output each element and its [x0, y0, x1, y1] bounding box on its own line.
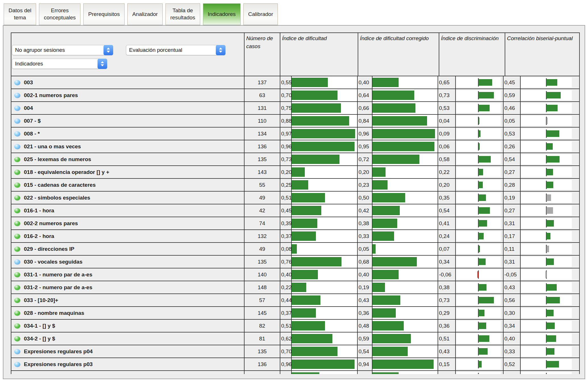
correlacion-bar	[521, 281, 574, 293]
indicator-name-cell: 025 - lexemas de numeros	[11, 153, 245, 165]
num-casos-value	[245, 371, 280, 374]
dificultad-bar	[292, 268, 358, 281]
dificultad-corregido-bar	[372, 217, 438, 229]
discriminacion-bar	[456, 230, 504, 242]
status-sphere-icon	[14, 336, 20, 341]
dificultad-corregido-value: 0,20	[358, 166, 372, 178]
indicator-label: Expresiones regulares p03	[24, 361, 93, 367]
table-row[interactable]: 022 - simbolos especiales 49 0,51 0,50 0…	[11, 191, 579, 204]
table-row[interactable]: 003 137 0,55 0,40 0,65 0,45	[11, 76, 579, 89]
dificultad-corregido-bar	[372, 76, 438, 89]
evaluation-mode-select[interactable]: Evaluación porcentual	[126, 45, 225, 55]
tab[interactable]: Tabla de resultados	[165, 3, 200, 25]
discriminacion-value: 0,20	[438, 179, 456, 191]
tab[interactable]: Indicadores	[203, 3, 241, 25]
dificultad-value: 0,40	[280, 268, 292, 281]
dificultad-corregido-value: 0,96	[358, 128, 372, 140]
table-row[interactable]: 004 131 0,75 0,66 0,53 0,46	[11, 101, 579, 114]
table-row[interactable]: 007 - $ 110 0,88 0,84 0,04 0,05	[11, 114, 579, 127]
dificultad-corregido-value: 0,84	[358, 115, 372, 127]
discriminacion-value: 0,38	[438, 281, 456, 293]
table-row[interactable]: 002-1 numeros pares 63 0,70 0,64 0,73 0,…	[11, 89, 579, 101]
dificultad-bar	[292, 204, 358, 217]
discriminacion-value: 0,43	[438, 345, 456, 358]
discriminacion-value: 0,73	[438, 294, 456, 306]
status-sphere-icon	[14, 80, 20, 85]
table-row[interactable]: 016-2 - hora 132 0,37 0,33 0,24 0,17	[11, 229, 579, 242]
dificultad-corregido-bar	[372, 358, 438, 370]
correlacion-value: 0,19	[504, 192, 521, 204]
status-sphere-icon	[14, 221, 20, 226]
dificultad-bar	[292, 217, 358, 229]
indicator-label: 031-2 - numero par de a-es	[24, 284, 92, 291]
status-sphere-icon	[14, 208, 20, 213]
num-casos-value: 131	[245, 102, 280, 114]
view-type-select[interactable]: Indicadores	[12, 59, 107, 69]
dificultad-corregido-value: 0,42	[358, 204, 372, 217]
status-sphere-icon	[14, 131, 20, 136]
group-sessions-select-value: No agrupor sesiones	[15, 46, 65, 54]
correlacion-bar	[521, 76, 574, 89]
correlacion-value: 0,54	[504, 153, 521, 165]
table-row[interactable]: 016-1 - hora 42 0,45 0,42 0,54 0,27	[11, 204, 579, 217]
table-row[interactable]: 033 - [10-20]+ 57 0,44 0,43 0,73 0,56	[11, 293, 579, 306]
dificultad-corregido-value: 0,05	[358, 243, 372, 255]
num-casos-value: 42	[245, 204, 280, 217]
discriminacion-bar	[456, 320, 504, 332]
correlacion-value: 0,53	[504, 128, 521, 140]
indicator-name-cell: 022 - simbolos especiales	[11, 192, 245, 204]
discriminacion-bar	[456, 166, 504, 178]
table-row[interactable]: 015 - cadenas de caracteres 55 0,25 0,23…	[11, 178, 579, 191]
dificultad-corregido-bar	[372, 153, 438, 165]
indicator-label: 008 - *	[24, 131, 40, 137]
dificultad-corregido-bar	[372, 166, 438, 178]
tab[interactable]: Calibrador	[243, 3, 278, 25]
correlacion-bar	[521, 307, 574, 319]
dificultad-corregido-value: 0,40	[358, 268, 372, 281]
table-row[interactable]: 031-1 - numero par de a-es 140 0,40 0,40…	[11, 268, 579, 281]
table-row[interactable]: 002-2 numeros pares 74 0,39 0,38 0,41 0,…	[11, 217, 579, 229]
indicator-label: 022 - simbolos especiales	[24, 195, 90, 201]
tab[interactable]: Errores conceptuales	[39, 3, 80, 25]
table-row[interactable]: 021 - una o mas veces 136 0,96 0,95 0,06…	[11, 140, 579, 153]
indicator-name-cell: 021 - una o mas veces	[11, 140, 245, 153]
correlacion-value: 0,27	[504, 166, 521, 178]
discriminacion-bar	[456, 294, 504, 306]
table-row[interactable]: Expresiones regulares p04 135 0,70 0,54 …	[11, 345, 579, 358]
table-row[interactable]: 018 - equivalencia operador [] y + 143 0…	[11, 165, 579, 178]
table-row[interactable]: 031-2 - numero par de a-es 148 0,22 0,19…	[11, 281, 579, 293]
table-row[interactable]: 030 - vocales seguidas 135 0,76 0,68 0,3…	[11, 255, 579, 268]
table-row[interactable]	[11, 370, 579, 374]
indicator-name-cell: 002-1 numeros pares	[11, 89, 245, 101]
dificultad-corregido-value: 0,38	[358, 217, 372, 229]
group-sessions-select[interactable]: No agrupor sesiones	[12, 45, 113, 55]
indicator-label: 018 - equivalencia operador [] y +	[24, 169, 109, 175]
discriminacion-bar	[456, 128, 504, 140]
tab[interactable]: Prerequisitos	[83, 3, 125, 25]
num-casos-value: 145	[245, 307, 280, 319]
discriminacion-value: 0,09	[438, 128, 456, 140]
table-row[interactable]: 029 - direcciones IP 49 0,08 0,05 0,07 0…	[11, 242, 579, 255]
table-row[interactable]: 028 - nombre maquinas 145 0,37 0,36 0,29…	[11, 306, 579, 319]
indicator-name-cell: Expresiones regulares p04	[11, 345, 245, 358]
table-row[interactable]: 034-1 - [] y $ 82 0,51 0,48 0,36 0,34	[11, 319, 579, 332]
zero-marker	[478, 373, 479, 374]
tab[interactable]: Analizador	[127, 3, 163, 25]
table-row[interactable]: 034-2 - [] y $ 81 0,62 0,59 0,51 0,40	[11, 332, 579, 345]
tab-bar: Datos del temaErrores conceptualesPrereq…	[4, 3, 278, 25]
tab[interactable]: Datos del tema	[4, 3, 36, 25]
dificultad-value: 0,22	[280, 281, 292, 293]
num-casos-value: 135	[245, 256, 280, 268]
dificultad-bar	[292, 230, 358, 242]
discriminacion-value: 0,15	[438, 358, 456, 370]
dificultad-corregido-value: 0,59	[358, 332, 372, 345]
discriminacion-value: 0,73	[438, 89, 456, 101]
dificultad-corregido-bar	[372, 345, 438, 358]
zero-marker	[546, 373, 547, 374]
discriminacion-bar	[456, 256, 504, 268]
dificultad-corregido-bar	[372, 281, 438, 293]
correlacion-value: 0,27	[504, 204, 521, 217]
table-row[interactable]: Expresiones regulares p03 136 0,96 0,94 …	[11, 358, 579, 370]
table-row[interactable]: 025 - lexemas de numeros 135 0,73 0,72 0…	[11, 153, 579, 165]
table-row[interactable]: 008 - * 134 0,97 0,96 0,09 0,53	[11, 127, 579, 140]
